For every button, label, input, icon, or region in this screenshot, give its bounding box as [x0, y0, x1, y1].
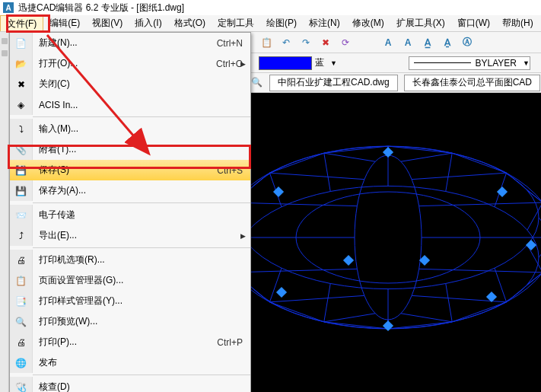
menu-item-pagesetup[interactable]: 📋页面设置管理器(G)... [10, 270, 250, 291]
dropdown-arrow-icon[interactable]: ▼ [523, 59, 530, 67]
menu-shortcut: Ctrl+P [217, 337, 250, 348]
redo-icon[interactable]: ↷ [298, 35, 313, 50]
tab-doc-1[interactable]: 中阳石业扩建工程CAD.dwg [269, 75, 398, 91]
menu-format[interactable]: 格式(O) [168, 15, 212, 31]
svg-line-16 [495, 302, 507, 308]
text-scale-icon[interactable]: Ⓐ [460, 35, 475, 50]
svg-line-47 [269, 167, 282, 173]
linetype-label: BYLAYER [476, 58, 517, 69]
dropdown-arrow-icon[interactable]: ▼ [330, 59, 337, 67]
menu-draw[interactable]: 绘图(P) [260, 15, 303, 31]
acis-icon: ◈ [10, 94, 33, 115]
menu-window[interactable]: 窗口(W) [451, 15, 496, 31]
menu-insert[interactable]: 插入(I) [129, 15, 167, 31]
undo-icon[interactable]: ↶ [278, 35, 294, 50]
menu-item-label: 打印预览(W)... [33, 315, 250, 328]
svg-line-32 [269, 302, 282, 308]
svg-line-58 [452, 153, 506, 173]
menu-annotate[interactable]: 标注(N) [303, 15, 346, 31]
svg-line-33 [251, 269, 357, 272]
printopt-icon: 🖨 [10, 250, 33, 270]
menu-item-printstyle[interactable]: 📑打印样式管理器(Y)... [10, 291, 250, 311]
menu-custom[interactable]: 定制工具 [212, 15, 260, 31]
menu-item-print[interactable]: 🖨打印(P)...Ctrl+P [10, 332, 250, 352]
svg-line-29 [269, 295, 364, 301]
saveas-icon: 💾 [10, 180, 33, 201]
menu-item-saveas[interactable]: 💾保存为(A)... [10, 180, 250, 201]
svg-line-17 [401, 314, 452, 322]
paste-icon[interactable]: 📋 [259, 35, 274, 50]
menu-item-import[interactable]: ⤵输入(M)... [10, 119, 250, 139]
menu-item-open[interactable]: 📂打开(O)...Ctrl+O▶ [10, 53, 250, 74]
pagesetup-icon: 📋 [10, 270, 33, 291]
submenu-arrow-icon: ▶ [240, 60, 246, 68]
text-check-icon[interactable]: A̱ [440, 35, 455, 50]
menu-edit[interactable]: 编辑(E) [43, 15, 86, 31]
search-icon[interactable]: 🔍 [251, 77, 263, 89]
tab-doc-2[interactable]: 长春鑫佳泰公司总平面图CAD [404, 75, 540, 91]
linetype-select[interactable]: BYLAYER ▼ [409, 56, 530, 70]
menu-item-label: 保存(S) [33, 164, 217, 177]
menu-view[interactable]: 视图(V) [86, 15, 129, 31]
open-icon: 📂 [10, 53, 33, 74]
preview-icon: 🔍 [10, 311, 33, 332]
menu-item-label: 输入(M)... [33, 123, 250, 135]
svg-rect-74 [276, 287, 287, 298]
text-a1-icon[interactable]: A [380, 35, 396, 50]
svg-line-19 [446, 283, 452, 321]
svg-line-9 [419, 269, 541, 272]
menu-item-etrans[interactable]: 📨电子传递 [10, 205, 250, 225]
menu-item-audit[interactable]: 🩺核查(D) [10, 377, 250, 392]
svg-rect-77 [343, 255, 354, 266]
refresh-icon[interactable]: ⟳ [338, 35, 353, 50]
svg-line-25 [324, 314, 375, 322]
left-tool-strip [0, 32, 9, 392]
menu-item-label: 新建(N)... [33, 37, 217, 49]
color-swatch[interactable] [259, 56, 312, 70]
menu-item-label: 发布 [33, 356, 250, 369]
menu-item-label: 打印样式管理器(Y)... [33, 295, 250, 308]
save-icon: 💾 [10, 160, 33, 180]
color-label: 蓝 [315, 56, 324, 69]
menu-item-label: 关闭(C) [33, 78, 250, 91]
menu-ext[interactable]: 扩展工具(X) [390, 15, 451, 31]
menu-help[interactable]: 帮助(H) [496, 15, 539, 31]
menu-item-label: 核查(D) [33, 381, 250, 392]
cancel-icon[interactable]: ✖ [318, 35, 333, 50]
wireframe-model [251, 93, 541, 392]
text-find-icon[interactable]: A̲ [420, 35, 435, 50]
menu-item-acis[interactable]: ◈ACIS In... [10, 94, 250, 115]
menu-item-label: 页面设置管理器(G)... [33, 274, 250, 287]
attach-icon: 📎 [10, 139, 33, 160]
menu-item-attach[interactable]: 📎附着(T)... [10, 139, 250, 160]
new-icon: 📄 [10, 33, 33, 53]
etrans-icon: 📨 [10, 205, 33, 225]
svg-line-10 [507, 272, 541, 302]
menu-item-publish[interactable]: 🌐发布 [10, 352, 250, 373]
svg-line-18 [388, 322, 452, 329]
menu-item-export[interactable]: ⤴导出(E)...▶ [10, 225, 250, 246]
svg-line-30 [251, 272, 269, 302]
menu-shortcut: Ctrl+S [217, 165, 250, 176]
print-icon: 🖨 [10, 332, 33, 352]
svg-line-65 [419, 202, 541, 206]
menu-item-preview[interactable]: 🔍打印预览(W)... [10, 311, 250, 332]
strip-handle-icon[interactable] [2, 38, 8, 44]
svg-line-41 [251, 202, 357, 206]
menu-item-new[interactable]: 📄新建(N)...Ctrl+N [10, 33, 250, 53]
menu-item-close[interactable]: ✖关闭(C) [10, 74, 250, 94]
strip-handle-icon[interactable] [2, 50, 8, 56]
svg-line-61 [412, 173, 506, 179]
menu-file[interactable]: 文件(F) [0, 15, 43, 31]
menu-item-label: 保存为(A)... [33, 184, 250, 197]
drawing-viewport[interactable] [251, 93, 541, 392]
menu-modify[interactable]: 修改(M) [346, 15, 390, 31]
svg-line-27 [324, 283, 330, 321]
svg-line-26 [269, 302, 323, 322]
svg-line-60 [446, 153, 452, 191]
text-a2-icon[interactable]: A [400, 35, 415, 50]
menu-item-save[interactable]: 💾保存(S)Ctrl+S [10, 160, 250, 180]
svg-line-22 [324, 322, 388, 329]
menu-item-label: 打印(P)... [33, 336, 217, 349]
menu-item-printopt[interactable]: 🖨打印机选项(R)... [10, 250, 250, 270]
